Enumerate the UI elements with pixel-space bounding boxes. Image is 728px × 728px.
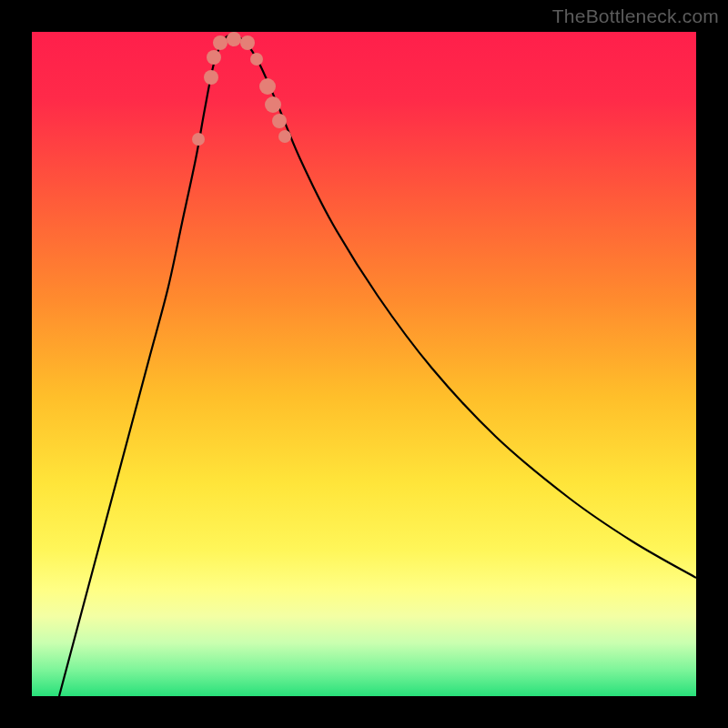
curve-marker	[240, 35, 255, 50]
curve-marker	[272, 114, 287, 128]
curve-marker	[250, 53, 263, 66]
curve-marker	[259, 78, 276, 95]
curve-marker	[265, 96, 281, 113]
curve-marker	[278, 130, 291, 143]
curve-marker	[204, 70, 218, 85]
watermark-text: TheBottleneck.com	[552, 5, 719, 27]
curve-marker	[192, 133, 205, 146]
chart-frame: TheBottleneck.com	[0, 0, 728, 728]
curve-markers	[192, 32, 291, 146]
bottleneck-curve	[59, 35, 696, 696]
curve-marker	[207, 50, 221, 65]
curve-layer	[32, 32, 696, 696]
curve-marker	[227, 32, 241, 46]
curve-marker	[213, 35, 228, 50]
plot-area	[32, 32, 696, 696]
